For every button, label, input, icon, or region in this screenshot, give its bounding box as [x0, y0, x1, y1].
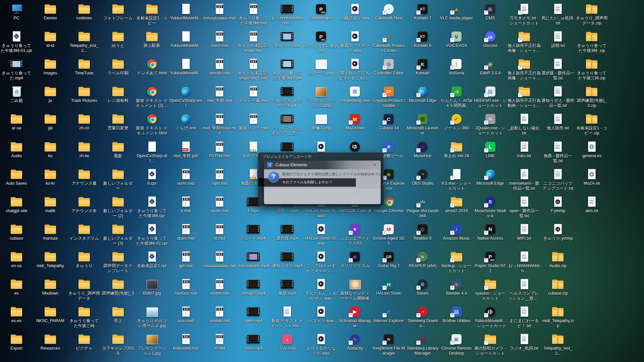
- desktop-icon[interactable]: ↗airset2-2019: [439, 196, 473, 214]
- desktop-icon[interactable]: ♻ごみ箱: [0, 86, 34, 103]
- desktop-icon[interactable]: きゅうり: [67, 251, 101, 268]
- close-icon[interactable]: ✕: [373, 162, 377, 167]
- desktop-icon[interactable]: S↗MuseScore Studio 4: [473, 196, 507, 219]
- desktop-icon[interactable]: 新規 テキスト ドキュメント.html: [135, 113, 169, 136]
- desktop-icon[interactable]: 調声練習(失敗)_3: [101, 279, 135, 296]
- desktop-icon[interactable]: ▤↗Brother Utilities: [439, 306, 473, 323]
- desktop-icon[interactable]: おっhhhhhhhhhhhhh...: [270, 3, 304, 26]
- desktop-icon[interactable]: KT↗Kontakt 8: [406, 31, 439, 48]
- desktop-icon[interactable]: きゅうり食ってた.mp4: [0, 58, 34, 81]
- desktop-icon[interactable]: 孤独なインディーゲーム開発者の一生 ...: [338, 279, 372, 301]
- desktop-icon[interactable]: ♪PVTNd.mid: [203, 141, 236, 159]
- desktop-icon[interactable]: 最新: [101, 141, 135, 159]
- desktop-icon[interactable]: ▶↗Activation Manager: [338, 306, 372, 328]
- desktop-icon[interactable]: ♪きゅうり食ってた午後3時.mid: [236, 3, 270, 26]
- desktop-icon[interactable]: ◎↗Controller Editor: [372, 58, 406, 76]
- desktop-icon[interactable]: ko-kr: [33, 169, 67, 186]
- desktop-icon[interactable]: L↗LINE: [473, 141, 507, 159]
- desktop-icon[interactable]: _起動しない場合.txt: [507, 113, 541, 136]
- desktop-icon[interactable]: 父子キャンプ2018: [101, 334, 135, 356]
- desktop-icon[interactable]: 無人販売.txt: [541, 113, 575, 131]
- desktop-icon[interactable]: zh-cn: [67, 113, 101, 131]
- desktop-icon[interactable]: プレゼンテーション1.jpg: [135, 334, 169, 356]
- desktop-icon[interactable]: 新しいフォルダー (2): [101, 196, 135, 219]
- desktop-icon[interactable]: フォトフレーム: [101, 3, 135, 21]
- desktop-icon[interactable]: 名称未設定1 - コピー: [135, 3, 169, 26]
- desktop-icon[interactable]: ♪メドレー風.mid: [236, 86, 270, 103]
- desktop-icon[interactable]: 新しいフォルダー: [101, 169, 135, 191]
- desktop-icon[interactable]: Cきゅうり食ってた午後3時.cpr: [135, 196, 169, 219]
- desktop-icon[interactable]: ▣↗Chrome Remote Desktop: [439, 334, 473, 356]
- desktop-icon[interactable]: ♪↗MuseHub: [406, 141, 439, 159]
- desktop-icon[interactable]: ♪mero.mid: [203, 31, 236, 48]
- desktop-icon[interactable]: 調声練習(失敗)_3.zip: [575, 86, 609, 108]
- desktop-icon[interactable]: akis.txt: [575, 196, 609, 214]
- desktop-icon[interactable]: YukkuriMovieM...: [169, 3, 203, 21]
- desktop-icon[interactable]: id-id: [33, 31, 67, 48]
- desktop-icon[interactable]: ゆうと: [101, 31, 135, 48]
- desktop-icon[interactable]: en-us: [0, 251, 34, 268]
- desktop-icon[interactable]: ◇↗Reaktor 6: [406, 224, 439, 241]
- desktop-icon[interactable]: V↗VOICEVOX: [439, 31, 473, 48]
- desktop-icon[interactable]: ∿↗Audacity: [338, 334, 372, 351]
- desktop-icon[interactable]: ▣↗CMS: [473, 3, 507, 21]
- desktop-icon[interactable]: ヘルスコンプレッション__歌詞.txt: [507, 279, 541, 301]
- desktop-icon[interactable]: Images: [33, 58, 67, 76]
- desktop-icon[interactable]: chatgpt-site: [0, 196, 34, 214]
- desktop-icon[interactable]: ∿↗JQuake.exe - ショートカット: [473, 113, 507, 136]
- desktop-icon[interactable]: ʃ↗VoiSona: [439, 58, 473, 76]
- desktop-icon[interactable]: ▤↗HDDFMT.exe - ショートカット: [473, 86, 507, 108]
- desktop-icon[interactable]: ▶バスドラ.wav: [304, 306, 338, 323]
- desktop-icon[interactable]: ◈↗ポリリリリズム: [338, 251, 372, 268]
- desktop-icon[interactable]: ↗万引きメモ.txt - ショートカット: [507, 3, 541, 26]
- desktop-icon[interactable]: Cきゅうり食ってた午後3時-01.cpr: [0, 31, 34, 53]
- desktop-icon[interactable]: general.ini: [575, 141, 609, 159]
- desktop-icon[interactable]: NKSC_PARAM: [33, 306, 67, 323]
- desktop-icon[interactable]: 売上: [101, 306, 135, 323]
- desktop-icon[interactable]: OpenCvSharp.dll...: [135, 141, 169, 164]
- desktop-icon[interactable]: open - 親作品一覧.txt: [507, 196, 541, 219]
- desktop-icon[interactable]: Telepathy_Inst_2...: [541, 334, 575, 356]
- desktop-icon[interactable]: ω↗Discord: [473, 31, 507, 48]
- desktop-icon[interactable]: だれだFXいれたやつ.mp4: [270, 86, 304, 108]
- desktop-icon[interactable]: Audio: [0, 141, 34, 159]
- desktop-icon[interactable]: ↗9.5.xlsx - ショートカット: [439, 169, 473, 191]
- desktop-icon[interactable]: ⊞createdump.exe: [338, 86, 372, 103]
- desktop-icon[interactable]: ♪rajio.mid: [203, 169, 236, 186]
- desktop-icon[interactable]: 65407.jpg: [135, 279, 169, 296]
- desktop-icon[interactable]: ラベル印刷: [101, 58, 135, 76]
- desktop-icon[interactable]: C↗Cubase 14: [372, 113, 406, 131]
- desktop-icon[interactable]: ↗家の防犯カメラ - ショートカット: [473, 334, 507, 356]
- desktop-icon[interactable]: es-es: [0, 306, 34, 323]
- desktop-icon[interactable]: ↗無人販売不正行為 画像 - ショートカット: [507, 58, 541, 81]
- desktop-icon[interactable]: zh-tw: [67, 141, 101, 159]
- desktop-icon[interactable]: manisekarin.mp4: [236, 251, 270, 268]
- desktop-icon[interactable]: ◔↗Steinberg Downlo...: [406, 306, 439, 328]
- desktop-icon[interactable]: アナウンス冬: [67, 196, 101, 214]
- desktop-icon[interactable]: きゅうりボカコレ用サムネ.jpg: [135, 306, 169, 328]
- desktop-icon[interactable]: Cきゅうり食ってた午後3時-02.cpr: [135, 224, 169, 246]
- desktop-icon[interactable]: ▶よりうるさくなった.wav: [304, 334, 338, 356]
- desktop-icon[interactable]: 死にたい_ゅ歌詞.txt: [541, 3, 575, 26]
- desktop-icon[interactable]: ♪sirofo.mid: [203, 196, 236, 214]
- desktop-icon[interactable]: ar-sa: [0, 113, 34, 131]
- desktop-icon[interactable]: N↗Native Access: [473, 224, 507, 241]
- desktop-icon[interactable]: open.mp4: [236, 306, 270, 323]
- desktop-icon[interactable]: ▶こってゆｈｄすおｆｄｓｂふぉ.wav: [304, 251, 338, 274]
- desktop-icon[interactable]: ↗Microsoft Edge: [473, 169, 507, 186]
- desktop-icon[interactable]: ▶答え知っててもむずいわこれ.wav: [338, 58, 372, 81]
- desktop-icon[interactable]: ılı↗Keepforest File Manager: [372, 334, 406, 356]
- desktop-icon[interactable]: ♪↗Amazon Music: [439, 224, 473, 241]
- desktop-icon[interactable]: [270, 141, 304, 153]
- desktop-icon[interactable]: ♪dram.mid: [169, 224, 203, 241]
- desktop-icon[interactable]: ♪aorin.mid: [169, 169, 203, 186]
- desktop-icon[interactable]: ラジオ_歌詞.txt: [507, 334, 541, 351]
- desktop-icon[interactable]: MoZA.ini: [575, 169, 609, 186]
- desktop-icon[interactable]: ▶新規エクスポート.wav: [338, 31, 372, 53]
- desktop-icon[interactable]: Auto Saves: [0, 169, 34, 186]
- desktop-icon[interactable]: YukkuriMovieM...: [169, 58, 203, 76]
- desktop-icon[interactable]: PNT2Untitled.ppsf: [304, 3, 338, 21]
- desktop-icon[interactable]: ◁)↗かんたん！ AITalk 3 関西風: [439, 86, 473, 108]
- desktop-icon[interactable]: CP↗Crypton Product Installer: [372, 86, 406, 108]
- desktop-icon[interactable]: 新規 テキスト ドキュメント (2).html: [135, 86, 169, 108]
